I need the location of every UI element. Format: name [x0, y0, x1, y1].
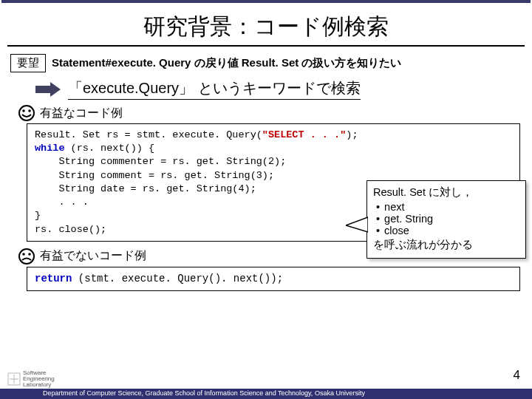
svg-point-7	[28, 253, 31, 256]
callout-item: get. String	[376, 213, 519, 225]
callout-item: close	[376, 225, 519, 236]
code-text: (stmt. execute. Query(). next());	[72, 273, 283, 284]
svg-point-3	[28, 109, 31, 112]
callout-head: Result. Set に対し，	[373, 185, 519, 200]
code-text: }	[35, 210, 41, 221]
search-row: 「execute.Query」 というキーワードで検索	[35, 78, 532, 100]
code-text: rs. close();	[35, 224, 106, 235]
sad-face-icon	[18, 248, 35, 265]
code-keyword: return	[35, 273, 72, 284]
svg-point-5	[19, 249, 34, 264]
callout-container: Result. Set に対し， next get. String close …	[366, 180, 526, 259]
request-text: Statement#execute. Query の戻り値 Result. Se…	[52, 56, 401, 70]
callout-item: next	[376, 201, 519, 213]
code-text: );	[346, 129, 358, 140]
svg-marker-0	[35, 82, 61, 97]
svg-marker-4	[346, 217, 368, 232]
good-header: 有益なコード例	[18, 104, 532, 122]
slide-title: 研究背景：コード例検索	[0, 3, 532, 45]
footer-logo-text: Software Engineering Laboratory	[23, 370, 55, 388]
code-text: (rs. next()) {	[65, 143, 155, 154]
good-label: 有益なコード例	[40, 106, 123, 121]
svg-point-6	[22, 253, 25, 256]
callout-tail: を呼ぶ流れが分かる	[373, 238, 519, 252]
code-keyword: while	[35, 143, 65, 154]
code-text: . . .	[35, 197, 89, 208]
footer-logo: Software Engineering Laboratory	[7, 370, 55, 388]
code-text: String commenter = rs. get. String(2);	[35, 156, 286, 167]
footer-bar: Department of Computer Science, Graduate…	[0, 389, 532, 399]
bad-label: 有益でないコード例	[40, 248, 146, 264]
callout-pointer-icon	[346, 210, 368, 241]
page-number: 4	[514, 368, 520, 383]
right-arrow-icon	[35, 82, 61, 97]
svg-point-2	[22, 109, 25, 112]
title-underline	[7, 45, 525, 47]
request-row: 要望 Statement#execute. Query の戻り値 Result.…	[10, 54, 522, 72]
request-badge: 要望	[10, 54, 46, 72]
callout-box: Result. Set に対し， next get. String close …	[366, 180, 526, 259]
lab-logo-icon	[7, 372, 21, 386]
bad-code-box: return (stmt. execute. Query(). next());	[27, 267, 520, 291]
search-keyword-text: 「execute.Query」 というキーワードで検索	[68, 78, 361, 100]
code-string: "SELECT . . ."	[262, 129, 346, 140]
code-text: String date = rs. get. String(4);	[35, 183, 256, 194]
callout-list: next get. String close	[373, 201, 519, 236]
code-text: Result. Set rs = stmt. execute. Query(	[35, 129, 262, 140]
code-text: String comment = rs. get. String(3);	[35, 170, 274, 181]
happy-face-icon	[18, 104, 35, 122]
svg-point-1	[19, 106, 34, 120]
